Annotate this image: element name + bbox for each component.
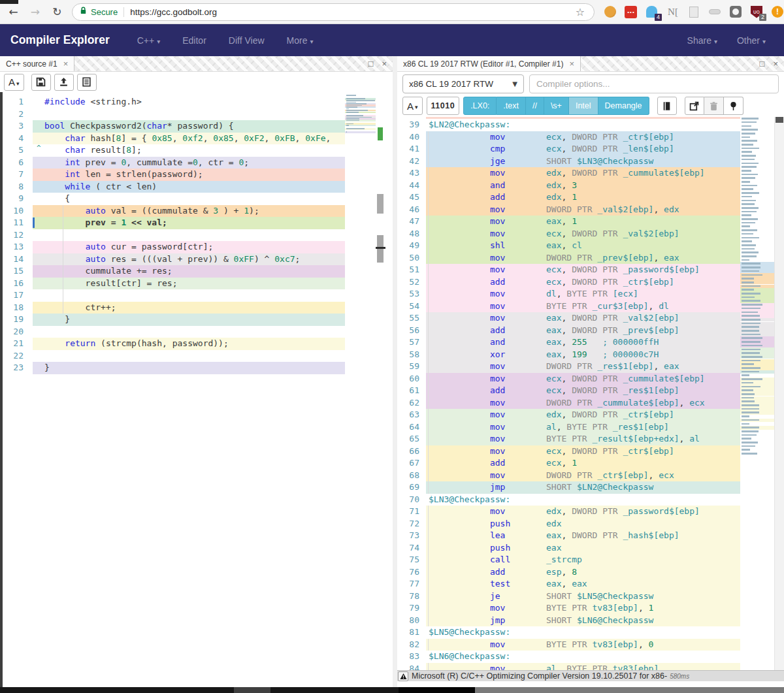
- address-bar[interactable]: Secure https://gcc.godbolt.org ☆: [72, 3, 595, 21]
- asm-line[interactable]: 66 mov ecx, DWORD PTR _ctr$[ebp]: [397, 445, 740, 458]
- ghost-extension-icon[interactable]: 4: [645, 5, 659, 18]
- asm-line[interactable]: 47 mov eax, 1: [397, 216, 740, 228]
- asm-line[interactable]: 43 mov edx, DWORD PTR _cummulate$[ebp]: [397, 167, 740, 180]
- source-line[interactable]: 16 result[ctr] = res;: [3, 278, 345, 290]
- filter-button-lx0[interactable]: .LX0:: [463, 97, 497, 115]
- asm-minimap[interactable]: [740, 117, 774, 670]
- trash-button[interactable]: [704, 97, 724, 115]
- asm-line[interactable]: 53 mov dl, BYTE PTR [ecx]: [397, 288, 740, 300]
- asm-line[interactable]: 78 je SHORT $LN5@Checkpassw: [397, 590, 740, 603]
- libraries-button[interactable]: [657, 97, 677, 115]
- nav-item-share[interactable]: Share▾: [687, 35, 717, 46]
- asm-line[interactable]: 72 push edx: [397, 518, 740, 530]
- tab-source[interactable]: C++ source #1 ×: [0, 56, 74, 71]
- asm-line[interactable]: 54 mov BYTE PTR _cur$3[ebp], dl: [397, 300, 740, 313]
- asm-line[interactable]: 57 and eax, 255 ; 000000ffH: [397, 336, 740, 349]
- asm-line[interactable]: 62 mov DWORD PTR _cummulate$[ebp], ecx: [397, 397, 740, 410]
- warning-button[interactable]: [398, 671, 408, 681]
- asm-line[interactable]: 61 add ecx, DWORD PTR _res$1[ebp]: [397, 385, 740, 397]
- asm-line[interactable]: 81$LN5@Checkpassw:: [397, 626, 740, 639]
- asm-line[interactable]: 79 mov BYTE PTR tv83[ebp], 1: [397, 602, 740, 615]
- asm-line[interactable]: 71 mov edx, DWORD PTR _password$[ebp]: [397, 506, 740, 518]
- nav-item-editor[interactable]: Editor: [182, 35, 206, 46]
- asm-line[interactable]: 74 push eax: [397, 542, 740, 555]
- source-line[interactable]: 3bool Checkpassword2(char* password) {: [3, 120, 345, 133]
- asm-line[interactable]: 49 shl eax, cl: [397, 240, 740, 252]
- pin-button[interactable]: [724, 97, 743, 115]
- url-text[interactable]: https://gcc.godbolt.org: [130, 7, 572, 17]
- shield-extension-icon[interactable]: UO2: [750, 5, 763, 18]
- asm-line[interactable]: 44 and edx, 3: [397, 180, 740, 192]
- asm-line[interactable]: 65 mov BYTE PTR _result$[ebp+edx], al: [397, 433, 740, 445]
- asm-line[interactable]: 70$LN3@Checkpassw:: [397, 494, 740, 506]
- source-line[interactable]: 8 while ( ctr < len): [3, 181, 345, 193]
- nav-item-diff-view[interactable]: Diff View: [229, 35, 265, 46]
- close-icon[interactable]: ×: [382, 59, 387, 69]
- cookie-extension-icon[interactable]: [604, 5, 617, 18]
- compiler-options-input[interactable]: [529, 74, 779, 93]
- source-line[interactable]: 2: [3, 108, 345, 121]
- asm-line[interactable]: 41 cmp ecx, DWORD PTR _len$[ebp]: [397, 143, 740, 155]
- asm-line[interactable]: 75 call _strcmp: [397, 554, 740, 566]
- horizontal-scrollbar-track[interactable]: [475, 687, 784, 693]
- binary-toggle-button[interactable]: 11010: [427, 97, 460, 115]
- source-line[interactable]: 22: [3, 350, 345, 363]
- source-minimap[interactable]: [345, 92, 376, 687]
- asm-line[interactable]: 67 add ecx, 1: [397, 457, 740, 470]
- load-save-button[interactable]: [54, 74, 74, 91]
- asm-line[interactable]: 82 mov BYTE PTR tv83[ebp], 0: [397, 639, 740, 651]
- asm-line[interactable]: 46 mov DWORD PTR _val$2[ebp], edx: [397, 204, 740, 216]
- camera-extension-icon[interactable]: [729, 5, 742, 18]
- source-line[interactable]: 7 int len = strlen(password);: [3, 169, 345, 181]
- close-icon[interactable]: ×: [773, 59, 778, 69]
- note-extension-icon[interactable]: N[: [666, 5, 679, 18]
- asm-line[interactable]: 55 mov eax, DWORD PTR _val$2[ebp]: [397, 312, 740, 325]
- source-line[interactable]: 23}: [3, 362, 345, 374]
- asm-line[interactable]: 76 add esp, 8: [397, 566, 740, 579]
- source-line[interactable]: 11 prev = 1 << val;: [3, 217, 345, 229]
- bottom-scrollbar-strip[interactable]: [0, 687, 784, 693]
- filter-button-s[interactable]: \s+: [544, 97, 569, 115]
- source-line[interactable]: 4 char hash[8] = { 0x85, 0xf2, 0x85, 0xF…: [3, 133, 345, 145]
- asm-line[interactable]: 48 mov ecx, DWORD PTR _val$2[ebp]: [397, 228, 740, 240]
- asm-line[interactable]: 52 add ecx, DWORD PTR _ctr$[ebp]: [397, 276, 740, 289]
- filter-button-[interactable]: //: [526, 97, 544, 115]
- source-overview-ruler[interactable]: [376, 92, 385, 687]
- source-line[interactable]: 17: [3, 289, 345, 302]
- source-editor[interactable]: 1#include <string.h>23bool Checkpassword…: [0, 92, 393, 687]
- asm-line[interactable]: 50 mov DWORD PTR _prev$[ebp], eax: [397, 252, 740, 265]
- source-line[interactable]: 6 int prev = 0, cummulate =0, ctr = 0;: [3, 157, 345, 169]
- asm-editor[interactable]: 39$LN2@Checkpassw:40 mov ecx, DWORD PTR …: [397, 117, 784, 670]
- capsule-extension-icon[interactable]: [708, 5, 721, 18]
- source-line[interactable]: 14 auto res = (((val + prev)) & 0xFF) ^ …: [3, 253, 345, 266]
- asm-line[interactable]: 51 mov ecx, DWORD PTR _password$[ebp]: [397, 264, 740, 276]
- scrollbar-thumb[interactable]: [776, 117, 783, 123]
- asm-line[interactable]: 69 jmp SHORT $LN2@Checkpassw: [397, 481, 740, 494]
- brand-title[interactable]: Compiler Explorer: [10, 33, 110, 47]
- asm-vertical-scrollbar[interactable]: [774, 117, 784, 670]
- source-line[interactable]: 20: [3, 326, 345, 338]
- asm-line[interactable]: 40 mov ecx, DWORD PTR _ctr$[ebp]: [397, 131, 740, 144]
- asm-line[interactable]: 84 mov al, BYTE PTR tv83[ebp]: [397, 663, 740, 671]
- asm-line[interactable]: 77 test eax, eax: [397, 578, 740, 590]
- source-line[interactable]: 5 char result[8];^: [3, 144, 345, 157]
- source-line[interactable]: 9 {: [3, 193, 345, 205]
- font-size-button[interactable]: A▾: [4, 74, 24, 91]
- horizontal-scrollbar-thumb[interactable]: [399, 687, 475, 693]
- bookmark-star-icon[interactable]: ☆: [573, 6, 587, 18]
- asm-line[interactable]: 83$LN6@Checkpassw:: [397, 651, 740, 663]
- asm-line[interactable]: 80 jmp SHORT $LN6@Checkpassw: [397, 615, 740, 627]
- include-library-button[interactable]: [77, 74, 97, 91]
- source-line[interactable]: 12: [3, 229, 345, 242]
- asm-line[interactable]: 64 mov al, BYTE PTR _res$1[ebp]: [397, 421, 740, 434]
- nav-item-other[interactable]: Other▾: [737, 35, 766, 46]
- source-line[interactable]: 21 return (strcmp(hash, password));: [3, 338, 345, 350]
- pane-splitter[interactable]: [393, 56, 397, 687]
- compiler-select[interactable]: x86 CL 19 2017 RTW ▼: [402, 74, 524, 93]
- asm-line[interactable]: 59 mov DWORD PTR _res$1[ebp], eax: [397, 361, 740, 373]
- filter-button-text[interactable]: .text: [497, 97, 526, 115]
- nav-item-more[interactable]: More▾: [287, 35, 314, 46]
- asm-line[interactable]: 73 lea eax, DWORD PTR _hash$[ebp]: [397, 530, 740, 542]
- tab-compiler[interactable]: x86 CL 19 2017 RTW (Editor #1, Compiler …: [397, 56, 581, 71]
- document-extension-icon[interactable]: [687, 5, 700, 18]
